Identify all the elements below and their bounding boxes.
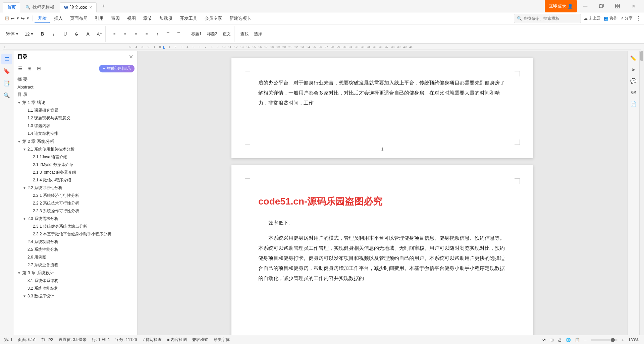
status-missing-font[interactable]: 缺失字体	[214, 337, 230, 343]
tab-ref[interactable]: 引用	[92, 14, 107, 23]
toc-item-14[interactable]: ▼2.2 系统可行性分析	[13, 184, 137, 192]
search-box[interactable]: 🔍	[514, 14, 581, 23]
tab-add-btn[interactable]: +	[99, 2, 107, 10]
tab-review[interactable]: 审阅	[108, 14, 123, 23]
tab-insert[interactable]: 插入	[51, 14, 66, 23]
heading2-style[interactable]: 标题2	[205, 31, 219, 38]
align-center[interactable]: ≡	[120, 31, 130, 37]
toc-item-17[interactable]: 2.2.3 系统操作可行性分析	[13, 207, 137, 215]
tab-layout[interactable]: 页面布局	[67, 14, 91, 23]
toc-arrow-3[interactable]: ▼	[17, 101, 21, 105]
undo-icon[interactable]: ↩	[11, 16, 15, 21]
bullets[interactable]: ☰	[163, 31, 173, 37]
tab-chapter[interactable]: 章节	[140, 14, 155, 23]
toc-item-16[interactable]: 2.2.2 系统技术可行性分析	[13, 199, 137, 207]
vertical-scrollbar[interactable]	[639, 51, 644, 335]
win-min-btn[interactable]: ─	[578, 0, 593, 12]
toc-item-20[interactable]: 2.3.2 本基于微信平台健身小助手小程序分析	[13, 230, 137, 238]
heading1-style[interactable]: 标题1	[189, 31, 204, 38]
tab-home[interactable]: 首页	[3, 2, 20, 12]
font-highlight[interactable]: A⁺	[95, 31, 104, 37]
share-btn[interactable]: ↗ 分享	[620, 15, 633, 21]
toc-arrow-18[interactable]: ▼	[23, 217, 26, 221]
font-size-select[interactable]: 12▼	[23, 31, 36, 37]
panel-toc-icon[interactable]: ☰	[1, 54, 12, 64]
ai-toc-btn[interactable]: ✦ 智能识别目录	[99, 65, 135, 72]
win-restore-btn[interactable]	[594, 0, 609, 12]
font-bold[interactable]: B	[38, 31, 47, 37]
right-doc-icon[interactable]: 📄	[629, 99, 638, 109]
numbering[interactable]: ☰	[174, 31, 183, 37]
toc-item-4[interactable]: 1.1 课题研究背景	[13, 107, 137, 114]
toc-btn1[interactable]: ☰	[16, 64, 24, 72]
toc-item-3[interactable]: ▼第 1 章 绪论	[13, 99, 137, 107]
toc-item-12[interactable]: 2.1.3Tomcat 服务器介绍	[13, 169, 137, 176]
tab-start[interactable]: 开始	[35, 14, 50, 23]
eye-icon[interactable]: 👁	[542, 338, 546, 342]
toc-item-22[interactable]: 2.5 系统性能分析	[13, 246, 137, 253]
line-spacing[interactable]: ↕	[153, 31, 162, 37]
print-icon[interactable]: 🖨	[558, 338, 562, 342]
not-cloud-btn[interactable]: ☁ 未上云	[584, 15, 601, 21]
toc-arrow-14[interactable]: ▼	[23, 186, 26, 190]
toc-item-18[interactable]: ▼2.3 系统需求分析	[13, 215, 137, 223]
toc-item-19[interactable]: 2.3.1 传统健身系统优缺点分析	[13, 223, 137, 230]
right-edit-icon[interactable]: ✏️	[629, 54, 638, 63]
undo-dropdown[interactable]: ▼	[16, 16, 19, 20]
font-color[interactable]: A	[83, 31, 93, 37]
right-arrow-icon[interactable]: ➤	[629, 65, 638, 74]
select-all[interactable]: 选择	[252, 31, 264, 38]
toc-item-28[interactable]: ▼3.3 数据库设计	[13, 292, 137, 300]
normal-style[interactable]: 正文	[221, 31, 233, 38]
toc-item-15[interactable]: 2.2.1 系统经济可行性分析	[13, 192, 137, 199]
toc-item-7[interactable]: 1.4 论文结构安排	[13, 130, 137, 137]
toc-arrow-8[interactable]: ▼	[17, 140, 21, 144]
collab-btn[interactable]: 👥 协作	[603, 15, 618, 21]
sidebar-close-btn[interactable]: ✕	[129, 54, 133, 60]
zoom-in-btn[interactable]: +	[622, 337, 624, 343]
toc-item-10[interactable]: 2.1.1Java 语言介绍	[13, 153, 137, 161]
toc-item-1[interactable]: Abstract	[13, 83, 137, 91]
redo-dropdown[interactable]: ▼	[26, 16, 30, 20]
tab-addons[interactable]: 加载项	[156, 14, 176, 23]
close-icon[interactable]: ✕	[89, 5, 92, 10]
zoom-thumb[interactable]	[611, 338, 615, 342]
web-icon[interactable]: 🌐	[566, 338, 571, 342]
toc-item-23[interactable]: 2.6 用例图	[13, 253, 137, 261]
outline-icon[interactable]: 📋	[575, 338, 580, 342]
toc-item-9[interactable]: ▼2.1 系统使用相关技术分析	[13, 146, 137, 153]
right-comment-icon[interactable]: 💬	[629, 76, 638, 86]
zoom-out-btn[interactable]: −	[584, 337, 587, 343]
toc-item-2[interactable]: 目 录	[13, 91, 137, 99]
win-grid-btn[interactable]	[610, 0, 625, 12]
toc-btn3[interactable]: ⊟	[35, 64, 43, 72]
doc-area[interactable]: 质的办公平台。对于健身行业来言，想要突破发展就需要加入线上平台，传统预约健身项目…	[138, 51, 627, 335]
toc-item-27[interactable]: 3.2 系统功能结构	[13, 285, 137, 292]
toc-arrow-28[interactable]: ▼	[23, 294, 26, 298]
redo-icon[interactable]: ↪	[21, 16, 25, 21]
page1-text[interactable]: 质的办公平台。对于健身行业来言，想要突破发展就需要加入线上平台，传统预约健身项目…	[258, 78, 506, 108]
tab-daoke[interactable]: 🔍 找稻壳模板	[21, 2, 58, 12]
panel-nav-icon[interactable]: 🔖	[1, 66, 12, 76]
layout-icon[interactable]: ⊞	[550, 338, 554, 342]
tab-doc[interactable]: W 论文.doc ✕	[60, 2, 97, 12]
more-btn[interactable]: ⋮	[635, 15, 641, 22]
find-replace[interactable]: 查找	[238, 31, 251, 38]
font-family-select[interactable]: 宋体▼	[4, 30, 21, 38]
right-map-icon[interactable]: 🗺	[629, 88, 638, 97]
zoom-slider[interactable]	[591, 339, 618, 341]
scrollbar-thumb[interactable]	[640, 51, 643, 61]
toc-btn2[interactable]: ⊞	[25, 64, 34, 72]
font-strikethrough[interactable]: S̶	[72, 31, 81, 37]
tab-devtools[interactable]: 开发工具	[176, 14, 201, 23]
font-underline[interactable]: U	[60, 31, 70, 37]
tab-member[interactable]: 会员专享	[201, 14, 225, 23]
panel-search-icon[interactable]: 🔍	[1, 90, 12, 101]
toc-item-5[interactable]: 1.2 课题现状与实现意义	[13, 114, 137, 122]
toc-item-8[interactable]: ▼第 2 章 系统分析	[13, 137, 137, 146]
status-spell-check[interactable]: ✓拼写检查	[142, 337, 162, 343]
toc-arrow-9[interactable]: ▼	[23, 148, 26, 151]
tab-view[interactable]: 视图	[124, 14, 139, 23]
status-compat[interactable]: 兼容模式	[192, 337, 208, 343]
toc-item-6[interactable]: 1.3 课题内容	[13, 122, 137, 130]
